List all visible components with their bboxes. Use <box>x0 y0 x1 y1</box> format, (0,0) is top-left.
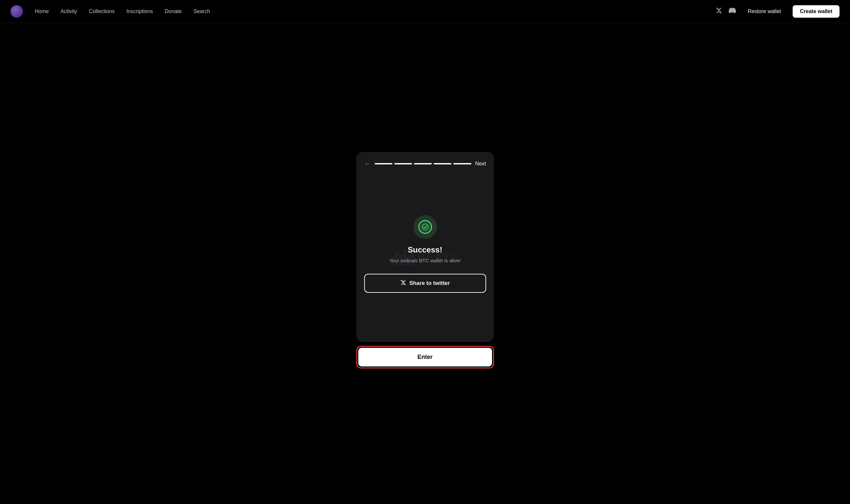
success-subtitle: Your ordinals BTC wallet is alive! <box>389 258 461 263</box>
create-wallet-button[interactable]: Create wallet <box>793 5 839 18</box>
modal-body: BEATS Success! Your ordinals BTC wallet … <box>356 173 494 342</box>
enter-section: Enter <box>356 346 494 368</box>
main-content: ← Next <box>0 23 850 504</box>
modal-header: ← Next <box>356 152 494 173</box>
success-checkmark <box>418 220 432 234</box>
twitter-nav-icon[interactable] <box>716 7 722 15</box>
svg-point-0 <box>422 224 428 230</box>
nav-activity[interactable]: Activity <box>60 8 77 14</box>
back-arrow-button[interactable]: ← <box>364 160 371 167</box>
nav-donate[interactable]: Donate <box>165 8 182 14</box>
share-twitter-label: Share to twitter <box>410 280 450 287</box>
nav-collections[interactable]: Collections <box>89 8 115 14</box>
nav-search[interactable]: Search <box>193 8 210 14</box>
nav-links: Home Activity Collections Inscriptions D… <box>35 8 716 14</box>
progress-bar-2 <box>394 163 412 164</box>
next-button[interactable]: Next <box>475 161 486 167</box>
progress-bar-1 <box>375 163 393 164</box>
enter-button-container: Enter <box>356 346 494 368</box>
nav-inscriptions[interactable]: Inscriptions <box>126 8 153 14</box>
success-icon-wrap <box>413 215 437 239</box>
content-wrapper: ← Next <box>356 152 494 368</box>
progress-bars <box>375 163 471 164</box>
discord-nav-icon[interactable] <box>729 7 736 16</box>
navbar: Home Activity Collections Inscriptions D… <box>0 0 850 23</box>
logo[interactable] <box>11 5 23 18</box>
enter-button[interactable]: Enter <box>358 348 492 366</box>
twitter-button-icon <box>400 280 406 287</box>
success-title: Success! <box>408 245 442 254</box>
modal-card: ← Next <box>356 152 494 342</box>
restore-wallet-button[interactable]: Restore wallet <box>743 6 786 17</box>
progress-bar-3 <box>414 163 432 164</box>
check-svg <box>421 223 429 231</box>
nav-right: Restore wallet Create wallet <box>716 5 839 18</box>
nav-home[interactable]: Home <box>35 8 49 14</box>
share-twitter-button[interactable]: Share to twitter <box>364 274 486 293</box>
progress-bar-4 <box>434 163 451 164</box>
progress-bar-5 <box>453 163 471 164</box>
